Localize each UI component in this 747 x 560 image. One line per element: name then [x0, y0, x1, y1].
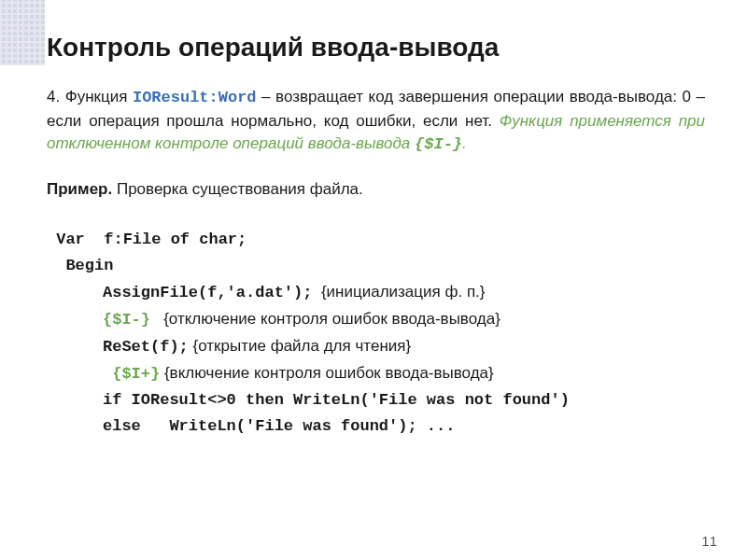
paragraph-main: 4. Функция IOResult:Word – возвращает ко…	[47, 86, 705, 157]
para-num: 4. Функция	[47, 88, 133, 105]
code-l8a: else WriteLn('File was found'); ...	[103, 417, 455, 435]
code-l1a: Var f:	[47, 231, 123, 248]
code-l3: AssignFile(f,'a.dat'); {инициализация ф.…	[47, 279, 705, 306]
code-l1b: File of char	[123, 231, 237, 248]
code-l5: ReSet(f); {открытие файла для чтения}	[47, 333, 705, 360]
para-dot: .	[462, 134, 467, 152]
code-l8: else WriteLn('File was found'); ...	[47, 413, 705, 440]
code-l5b: {открытие файла для чтения}	[189, 337, 411, 355]
code-l7a: if IOResult<>0 then WriteLn('File was no…	[103, 391, 570, 409]
code-l7: if IOResult<>0 then WriteLn('File was no…	[47, 387, 705, 413]
code-l6: {$I+} {включение контроля ошибок ввода-в…	[47, 360, 705, 387]
code-l1: Var f:File of char;	[47, 227, 705, 253]
para-directive: {$I-}	[415, 135, 462, 153]
slide-title: Контроль операций ввода-вывода	[47, 33, 705, 63]
example-label: Пример.	[47, 180, 112, 198]
code-l6a: {$I+}	[103, 365, 160, 383]
slide-content: Контроль операций ввода-вывода 4. Функци…	[0, 0, 747, 458]
code-l6b: {включение контроля ошибок ввода-вывода}	[160, 364, 494, 382]
corner-decoration	[0, 0, 45, 65]
func-name: IOResult:Word	[133, 89, 257, 106]
code-l4b: {отключение контроля ошибок ввода-вывода…	[150, 310, 500, 328]
example-line: Пример. Проверка существования файла.	[47, 180, 705, 199]
code-l5a: ReSet(f);	[103, 338, 189, 356]
code-l3a: AssignFile(f,'a.dat');	[103, 284, 312, 301]
code-l4: {$I-} {отключение контроля ошибок ввода-…	[47, 306, 705, 333]
code-l3b: {инициализация ф. п.}	[312, 283, 485, 301]
code-l4a: {$I-}	[103, 311, 150, 329]
example-desc: Проверка существования файла.	[112, 180, 363, 198]
code-l2: Begin	[47, 253, 705, 279]
code-block: Var f:File of char; Begin AssignFile(f,'…	[47, 227, 705, 440]
page-number: 11	[701, 533, 717, 549]
code-l1c: ;	[237, 231, 247, 248]
